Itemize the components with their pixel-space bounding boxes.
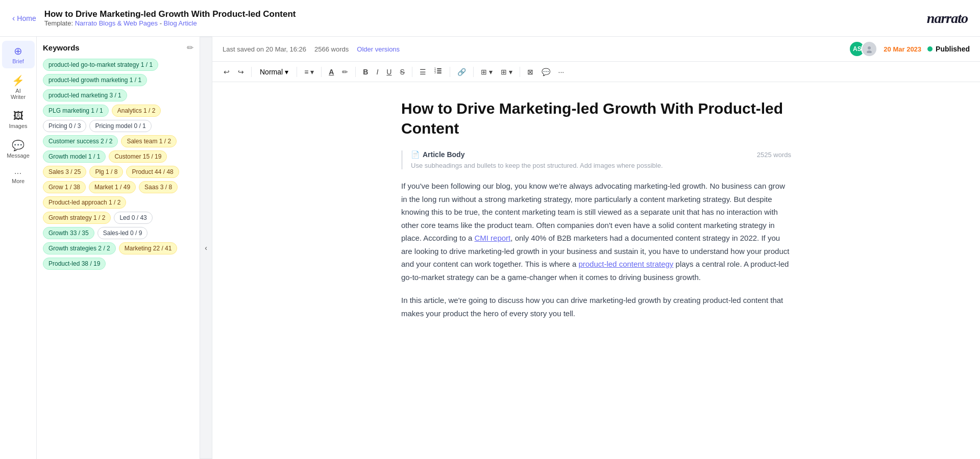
- keyword-tag[interactable]: PLG marketing 1 / 1: [43, 105, 109, 117]
- keyword-tag[interactable]: Saas 3 / 8: [139, 181, 178, 193]
- template-link1[interactable]: Narrato Blogs & Web Pages: [75, 19, 158, 27]
- editor-status: AS 20 Mar 2023 Published: [849, 41, 970, 57]
- avatar-anon: [861, 41, 877, 57]
- keyword-tag[interactable]: Product 44 / 48: [126, 166, 179, 178]
- keyword-tag[interactable]: Led 0 / 43: [114, 212, 152, 224]
- editor-content[interactable]: How to Drive Marketing-led Growth With P…: [377, 82, 816, 459]
- brief-icon: ⊕: [14, 45, 22, 57]
- toolbar-sep-3: [321, 67, 322, 77]
- published-dot: [927, 46, 933, 52]
- sidebar-item-brief[interactable]: ⊕ Brief: [2, 41, 35, 68]
- link-button[interactable]: 🔗: [454, 66, 469, 78]
- comment-button[interactable]: 💬: [538, 66, 553, 78]
- top-header: Home How to Drive Marketing-led Growth W…: [0, 0, 980, 37]
- word-count-text: 2566 words: [314, 45, 349, 53]
- published-badge: Published: [927, 45, 970, 53]
- strikethrough-button[interactable]: S: [397, 66, 407, 78]
- keyword-tag[interactable]: Growth strategies 2 / 2: [43, 242, 116, 254]
- keyword-tag[interactable]: Sales 3 / 25: [43, 166, 86, 178]
- more-options-button[interactable]: ···: [555, 66, 568, 78]
- template-sep: -: [160, 19, 164, 27]
- align-button[interactable]: ≡ ▾: [301, 66, 317, 78]
- keyword-tag[interactable]: Pricing 0 / 3: [43, 120, 86, 132]
- published-label: Published: [936, 45, 970, 53]
- editor-topbar: Last saved on 20 Mar, 16:26 2566 words O…: [212, 37, 980, 62]
- sidebar-item-ai-writer[interactable]: ⚡ AI Writer: [2, 70, 35, 104]
- article-body-block: 📄 Article Body 2525 words Use subheading…: [401, 150, 791, 169]
- svg-point-1: [868, 46, 871, 49]
- keyword-tag[interactable]: product-led marketing 3 / 1: [43, 89, 127, 101]
- numbered-list-button[interactable]: 1 2 3: [431, 65, 446, 79]
- keyword-tag[interactable]: Growth model 1 / 1: [43, 150, 106, 163]
- keyword-tag[interactable]: Product-led 38 / 19: [43, 258, 106, 270]
- product-led-content-strategy-link[interactable]: product-led content strategy: [578, 260, 673, 268]
- header-left: Home How to Drive Marketing-led Growth W…: [12, 9, 296, 27]
- style-select-label: Normal: [260, 68, 283, 76]
- edit-keywords-icon[interactable]: ✏: [187, 43, 193, 53]
- keyword-tag[interactable]: Pricing model 0 / 1: [89, 120, 151, 132]
- redo-button[interactable]: ↪: [235, 66, 247, 78]
- sidebar-item-more[interactable]: ··· More: [2, 165, 35, 188]
- more-label: More: [12, 178, 24, 184]
- undo-button[interactable]: ↩: [220, 66, 233, 78]
- italic-button[interactable]: I: [373, 66, 381, 78]
- article-body-title: 📄 Article Body: [411, 150, 464, 159]
- article-body-icon: 📄: [411, 150, 420, 159]
- style-select[interactable]: Normal ▾: [256, 66, 292, 78]
- doc-date: 20 Mar 2023: [884, 45, 921, 53]
- toolbar-sep-2: [297, 67, 297, 77]
- toolbar-sep-7: [473, 67, 474, 77]
- clear-format-button[interactable]: ⊠: [524, 66, 536, 78]
- keyword-tags: product-led go-to-market strategy 1 / 1p…: [43, 59, 193, 270]
- home-link[interactable]: Home: [12, 14, 36, 23]
- keyword-tag[interactable]: Market 1 / 49: [89, 181, 136, 193]
- underline-button[interactable]: U: [383, 66, 395, 78]
- older-versions-link[interactable]: Older versions: [357, 45, 400, 53]
- keyword-tag[interactable]: product-led go-to-market strategy 1 / 1: [43, 59, 158, 71]
- svg-rect-5: [437, 72, 442, 73]
- keyword-tag[interactable]: Analytics 1 / 2: [112, 105, 161, 117]
- keyword-tag[interactable]: Sales team 1 / 2: [121, 135, 177, 147]
- more-icon: ···: [14, 169, 22, 177]
- table-button[interactable]: ⊞ ▾: [498, 66, 516, 78]
- sidebar-item-message[interactable]: 💬 Message: [2, 135, 35, 163]
- keyword-tag[interactable]: Sales-led 0 / 9: [97, 227, 148, 239]
- style-select-chevron: ▾: [285, 68, 288, 76]
- keyword-tag[interactable]: product-led growth marketing 1 / 1: [43, 74, 147, 86]
- article-para-1: If you've been following our blog, you k…: [401, 180, 791, 284]
- text-color-button[interactable]: A: [326, 66, 337, 78]
- keyword-tag[interactable]: Customer success 2 / 2: [43, 135, 118, 147]
- cmi-report-link[interactable]: CMI report: [474, 234, 510, 242]
- message-label: Message: [7, 152, 30, 159]
- article-body-word-count: 2525 words: [757, 151, 791, 159]
- narrato-logo: narrato: [927, 10, 968, 27]
- keyword-tag[interactable]: Marketing 22 / 41: [119, 242, 178, 254]
- toolbar-sep-1: [251, 67, 252, 77]
- template-link2[interactable]: Blog Article: [164, 19, 197, 27]
- bold-button[interactable]: B: [360, 66, 371, 78]
- doc-template: Template: Narrato Blogs & Web Pages - Bl…: [44, 19, 296, 27]
- brief-label: Brief: [12, 58, 24, 64]
- toolbar-sep-6: [450, 67, 450, 77]
- editor-area: Last saved on 20 Mar, 16:26 2566 words O…: [212, 37, 980, 459]
- highlight-button[interactable]: ✏: [339, 66, 351, 78]
- keyword-tag[interactable]: Growth strategy 1 / 2: [43, 212, 111, 224]
- keyword-tag[interactable]: Plg 1 / 8: [89, 166, 123, 178]
- avatar-stack: AS: [849, 41, 877, 57]
- keyword-tag[interactable]: Growth 33 / 35: [43, 227, 94, 239]
- keyword-tag[interactable]: Customer 15 / 19: [109, 150, 167, 163]
- images-icon: 🖼: [13, 110, 23, 122]
- bullet-list-button[interactable]: ☰: [416, 66, 429, 78]
- sidebar-icons: ⊕ Brief ⚡ AI Writer 🖼 Images 💬 Message ·…: [0, 37, 37, 459]
- keyword-tag[interactable]: Product-led approach 1 / 2: [43, 196, 126, 209]
- keywords-title: Keywords: [43, 43, 80, 52]
- ai-writer-icon: ⚡: [12, 74, 24, 87]
- sidebar-item-images[interactable]: 🖼 Images: [2, 106, 35, 133]
- doc-title: How to Drive Marketing-led Growth With P…: [44, 9, 296, 19]
- toolbar-sep-8: [520, 67, 520, 77]
- article-body-desc: Use subheadings and bullets to keep the …: [411, 162, 791, 169]
- collapse-panel-button[interactable]: ‹: [200, 37, 212, 459]
- keyword-tag[interactable]: Grow 1 / 38: [43, 181, 86, 193]
- image-button[interactable]: ⊞ ▾: [478, 66, 496, 78]
- editor-toolbar: ↩ ↪ Normal ▾ ≡ ▾ A ✏ B I U S ☰: [212, 62, 980, 82]
